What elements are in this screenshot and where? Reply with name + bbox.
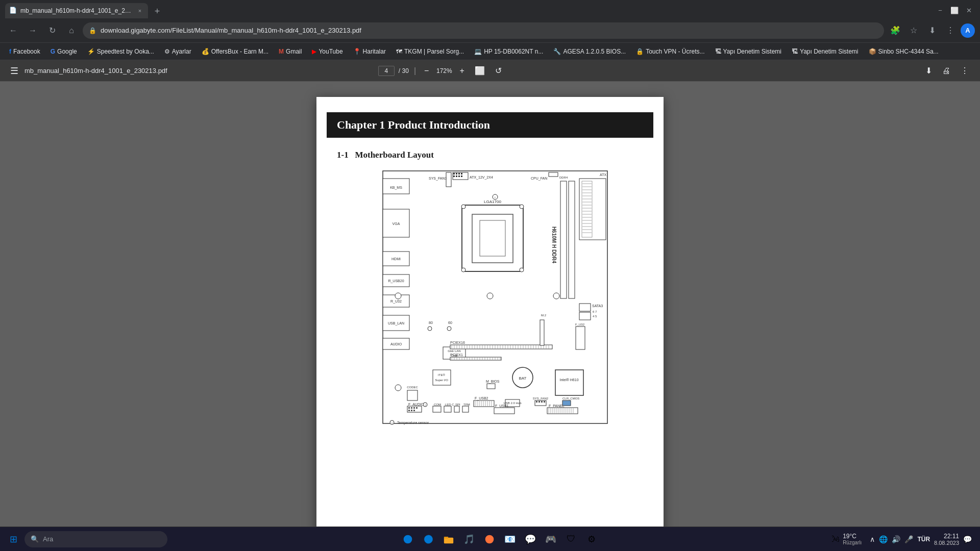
settings-button[interactable]: ⋮	[942, 22, 959, 39]
language-indicator[interactable]: TÜR	[917, 536, 930, 543]
svg-rect-180	[494, 408, 514, 414]
bookmark-touchvpn[interactable]: 🔒 Touch VPN - Ücrets...	[632, 46, 708, 57]
new-tab-button[interactable]: +	[150, 4, 164, 18]
pdf-navigation-controls: / 30 | − 172% + ⬜ ↺	[378, 65, 505, 77]
svg-rect-165	[454, 406, 459, 412]
bookmark-yapi2[interactable]: 🏗 Yapı Denetim Sistemi	[788, 46, 863, 57]
tab-close-button[interactable]: ×	[136, 7, 144, 15]
home-button[interactable]: ⌂	[63, 22, 80, 39]
restore-button[interactable]: ⬜	[948, 4, 961, 16]
minimize-button[interactable]: −	[934, 4, 946, 16]
bookmark-youtube[interactable]: ▶ YouTube	[308, 46, 347, 57]
bookmark-ayarlar[interactable]: ⚙ Ayarlar	[160, 46, 195, 57]
svg-text:SPI: SPI	[455, 403, 460, 406]
taskbar-app-explorer[interactable]	[439, 530, 458, 548]
bookmark-facebook[interactable]: f Facebook	[5, 46, 44, 57]
pdf-menu-button[interactable]: ☰	[8, 63, 20, 79]
svg-text:6 7: 6 7	[593, 310, 597, 313]
taskbar-date-display: 8.08.2023	[934, 540, 959, 546]
svg-text:COM: COM	[434, 403, 441, 406]
bookmark-button[interactable]: ☆	[905, 22, 922, 39]
bookmark-yapi1[interactable]: 🏗 Yapı Denetim Sistemi	[711, 46, 786, 57]
download-button[interactable]: ⬇	[924, 22, 940, 39]
rotate-button[interactable]: ↺	[492, 65, 505, 77]
profile-button[interactable]: A	[961, 23, 975, 38]
taskbar-search-bar[interactable]: 🔍 Ara	[24, 531, 167, 547]
lock-icon: 🔒	[89, 27, 96, 34]
taskbar-app-unknown[interactable]: ⚙	[582, 530, 601, 548]
close-window-button[interactable]: ✕	[963, 4, 975, 16]
svg-point-207	[395, 385, 401, 391]
taskbar-clock[interactable]: 22:11 8.08.2023	[934, 533, 959, 546]
notification-icon[interactable]: 💬	[963, 535, 972, 543]
address-bar[interactable]: 🔒 download.gigabyte.com/FileList/Manual/…	[83, 22, 884, 39]
taskbar-app-teams[interactable]: 💬	[521, 530, 540, 548]
reload-button[interactable]: ↻	[44, 22, 60, 39]
svg-text:i: i	[425, 404, 425, 407]
svg-text:DDR4: DDR4	[559, 176, 568, 179]
svg-text:CODEC: CODEC	[407, 386, 418, 389]
pdf-page-total: / 30	[399, 67, 409, 74]
svg-text:VGA: VGA	[393, 222, 400, 226]
pdf-print-button[interactable]: 🖨	[939, 65, 953, 77]
start-button[interactable]: ⊞	[4, 530, 22, 548]
svg-point-59	[461, 268, 465, 272]
weather-text: 19°C Rüzgarlı	[843, 533, 862, 545]
svg-rect-152	[411, 407, 412, 409]
taskbar-app-firefox[interactable]	[480, 530, 499, 548]
svg-rect-12	[456, 176, 457, 177]
taskbar-app-edge[interactable]	[419, 530, 437, 548]
taskbar: ⊞ 🔍 Ara 🎵 📧 💬 🎮 🛡 ⚙	[0, 527, 980, 551]
pdf-download-button[interactable]: ⬇	[922, 65, 935, 77]
network-icon[interactable]: 🌐	[879, 535, 888, 543]
gmail-icon: M	[279, 48, 284, 55]
bookmark-label: Yapı Denetim Sistemi	[723, 48, 782, 55]
svg-text:Intel® H610: Intel® H610	[559, 378, 578, 382]
bookmark-offersbux[interactable]: 💰 OffersBux - Earn M...	[198, 46, 273, 57]
pdf-content-area[interactable]: Chapter 1 Product Introduction 1-1 Mothe…	[0, 82, 980, 527]
bookmark-speedtest[interactable]: ⚡ Speedtest by Ooka...	[83, 46, 158, 57]
taskbar-app-mail[interactable]: 📧	[501, 530, 519, 548]
speedtest-icon: ⚡	[87, 48, 95, 55]
svg-text:F_U32: F_U32	[575, 323, 585, 326]
bookmark-label: Yapı Denetim Sistemi	[800, 48, 859, 55]
browser-frame: 📄 mb_manual_h610m-h-ddr4_1001_e_230213.p…	[0, 0, 980, 551]
yapi1-icon: 🏗	[715, 48, 721, 55]
weather-widget[interactable]: 🌬 19°C Rüzgarlı	[831, 533, 862, 545]
bookmark-label: TKGM | Parsel Sorg...	[404, 48, 464, 55]
taskbar-app-groove[interactable]: 🎵	[460, 530, 478, 548]
svg-text:GbE LAN: GbE LAN	[448, 349, 460, 353]
zoom-in-button[interactable]: +	[456, 65, 467, 77]
svg-rect-140	[579, 304, 591, 311]
pdf-page-input[interactable]	[378, 66, 395, 76]
taskbar-app-xbox[interactable]: 🎮	[542, 530, 560, 548]
chevron-up-icon[interactable]: ∧	[870, 535, 875, 543]
bookmark-gmail[interactable]: M Gmail	[275, 46, 306, 57]
active-tab[interactable]: 📄 mb_manual_h610m-h-ddr4_1001_e_230213.p…	[5, 3, 148, 18]
svg-rect-204	[540, 320, 544, 345]
pdf-more-button[interactable]: ⋮	[958, 65, 972, 77]
bookmark-sinbo[interactable]: 📦 Sinbo SHC-4344 Sa...	[865, 46, 943, 57]
bookmark-google[interactable]: G Google	[46, 46, 81, 57]
bookmark-agesa[interactable]: 🔧 AGESA 1.2.0.5 BIOS...	[549, 46, 630, 57]
fit-page-button[interactable]: ⬜	[472, 65, 488, 77]
volume-icon[interactable]: 🔊	[892, 535, 900, 543]
bookmark-label: Sinbo SHC-4344 Sa...	[878, 48, 939, 55]
taskbar-app-copilot[interactable]	[399, 530, 417, 548]
svg-point-220	[485, 535, 494, 543]
forward-button[interactable]: →	[24, 22, 41, 39]
bookmark-hp[interactable]: 💻 HP 15-DB0062NT n...	[470, 46, 547, 57]
extensions-button[interactable]: 🧩	[887, 22, 903, 39]
back-button[interactable]: ←	[5, 22, 21, 39]
bookmark-haritalar[interactable]: 📍 Haritalar	[349, 46, 390, 57]
zoom-out-button[interactable]: −	[421, 65, 432, 77]
svg-text:M_BIOS: M_BIOS	[486, 380, 500, 384]
svg-point-217	[403, 535, 412, 543]
svg-rect-154	[416, 407, 418, 409]
svg-text:TPM: TPM	[463, 403, 470, 406]
svg-text:i: i	[391, 421, 392, 424]
microphone-icon[interactable]: 🎤	[904, 535, 913, 543]
svg-text:BAT: BAT	[519, 376, 527, 381]
bookmark-tkgm[interactable]: 🗺 TKGM | Parsel Sorg...	[392, 46, 468, 57]
taskbar-app-security[interactable]: 🛡	[562, 530, 580, 548]
